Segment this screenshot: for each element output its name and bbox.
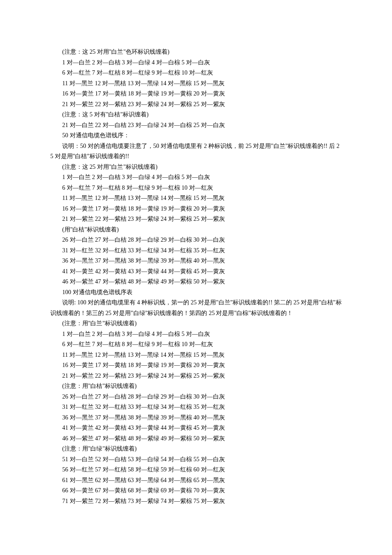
text-line: 21 对—紫兰 22 对—紫桔 23 对—紫绿 24 对—紫棕 25 对—紫灰 <box>50 214 342 225</box>
text-line: 11 对—黑兰 12 对—黑桔 13 对—黑绿 14 对—黑棕 15 对—黑灰 <box>50 350 342 361</box>
text-line: 46 对—紫兰 47 对—紫桔 48 对—紫绿 49 对—紫棕 50 对—紫灰 <box>50 277 342 287</box>
text-line: 21 对—紫兰 22 对—紫桔 23 对—紫绿 24 对—紫棕 25 对—紫灰 <box>50 99 342 110</box>
text-line: 11 对—黑兰 12 对—黑桔 13 对—黑绿 14 对—黑棕 15 对—黑灰 <box>50 193 342 204</box>
text-line: 61 对—黑兰 62 对—黑桔 63 对—黑绿 64 对—黑棕 65 对—黑灰 <box>50 475 342 486</box>
text-line: 16 对—黄兰 17 对—黄桔 18 对—黄绿 19 对—黄棕 20 对—黄灰 <box>50 204 342 214</box>
text-line: 36 对—黑兰 37 对—黑桔 38 对—黑绿 39 对—黑棕 40 对—黑灰 <box>50 256 342 266</box>
text-line: 100 对通信电缆色谱线序表 <box>50 287 342 298</box>
text-line: (注意：这 5 对有"白桔"标识缠着) <box>50 110 342 120</box>
text-line: 66 对—黄兰 67 对—黄桔 68 对—黄绿 69 对—黄棕 70 对—黄灰 <box>50 486 342 496</box>
text-line: 6 对—红兰 7 对—红桔 8 对—红绿 9 对—红棕 10 对—红灰 <box>50 68 342 78</box>
text-line: 31 对—红兰 32 对—红桔 33 对—红绿 34 对—红棕 35 对—红灰 <box>50 402 342 413</box>
text-line: 16 对—黄兰 17 对—黄桔 18 对—黄绿 19 对—黄棕 20 对—黄灰 <box>50 89 342 99</box>
text-line: 41 对—黄兰 42 对—黄桔 43 对—黄绿 44 对—黄棕 45 对—黄灰 <box>50 266 342 277</box>
text-line: 21 对—白兰 22 对—白桔 23 对—白绿 24 对—白棕 25 对—白灰 <box>50 120 342 131</box>
text-line: 26 对—白兰 27 对—白桔 28 对—白绿 29 对—白棕 30 对—白灰 <box>50 235 342 246</box>
text-line: 71 对—紫兰 72 对—紫桔 73 对—紫绿 74 对—紫棕 75 对—紫灰 <box>50 496 342 507</box>
text-line: 说明: 100 对的通信电缆里有 4 种标识线，第一的 25 对是用"白兰"标识… <box>50 298 342 318</box>
text-line: 56 对—红兰 57 对—红桔 58 对—红绿 59 对—红棕 60 对—红灰 <box>50 465 342 475</box>
text-line: 31 对—红兰 32 对—红桔 33 对—红绿 34 对—红棕 35 对—红灰 <box>50 246 342 256</box>
text-line: 1 对—白兰 2 对—白桔 3 对—白绿 4 对—白棕 5 对—白灰 <box>50 329 342 340</box>
text-line: (注意：用"白绿"标识线缠着) <box>50 444 342 454</box>
text-line: 6 对—红兰 7 对—红桔 8 对—红绿 9 对—红棕 10 对—红灰 <box>50 183 342 194</box>
text-line: 1 对—白兰 2 对—白桔 3 对—白绿 4 对—白棕 5 对—白灰 <box>50 172 342 183</box>
text-line: 6 对—红兰 7 对—红桔 8 对—红绿 9 对—红棕 10 对—红灰 <box>50 339 342 350</box>
text-line: 41 对—黄兰 42 对—黄桔 43 对—黄绿 44 对—黄棕 45 对—黄灰 <box>50 423 342 434</box>
text-line: 11 对—黑兰 12 对—黑桔 13 对—黑绿 14 对—黑棕 15 对—黑灰 <box>50 78 342 89</box>
text-line: 21 对—紫兰 22 对—紫桔 23 对—紫绿 24 对—紫棕 25 对—紫灰 <box>50 371 342 382</box>
text-line: 51 对—白兰 52 对—白桔 53 对—白绿 54 对—白棕 55 对—白灰 <box>50 454 342 465</box>
text-line: 46 对—紫兰 47 对—紫桔 48 对—紫绿 49 对—紫棕 50 对—紫灰 <box>50 434 342 444</box>
text-line: 16 对—黄兰 17 对—黄桔 18 对—黄绿 19 对—黄棕 20 对—黄灰 <box>50 360 342 371</box>
document-page: (注意：这 25 对用"白兰"色环标识线缠着) 1 对—白兰 2 对—白桔 3 … <box>0 0 392 532</box>
text-line: (注意：这 25 对用"白兰"标识线缠着) <box>50 162 342 173</box>
text-line: 26 对—白兰 27 对—白桔 28 对—白绿 29 对—白棕 30 对—白灰 <box>50 392 342 402</box>
text-line: (注意：这 25 对用"白兰"色环标识线缠着) <box>50 47 342 58</box>
text-line: (注意：用"白兰"标识线缠着) <box>50 318 342 329</box>
text-line: (注意：用"白桔"标识线缠着) <box>50 381 342 392</box>
text-line: 说明：50 对的通信电缆要注意了，50 对通信电缆里有 2 种标识线，前 25 … <box>50 141 342 162</box>
text-line: 36 对—黑兰 37 对—黑桔 38 对—黑绿 39 对—黑棕 40 对—黑灰 <box>50 413 342 423</box>
text-line: 50 对通信电缆色谱线序： <box>50 130 342 141</box>
text-line: 1 对—白兰 2 对—白桔 3 对—白绿 4 对—白棕 5 对—白灰 <box>50 58 342 68</box>
text-line: (用"白桔"标识线缠着) <box>50 225 342 235</box>
